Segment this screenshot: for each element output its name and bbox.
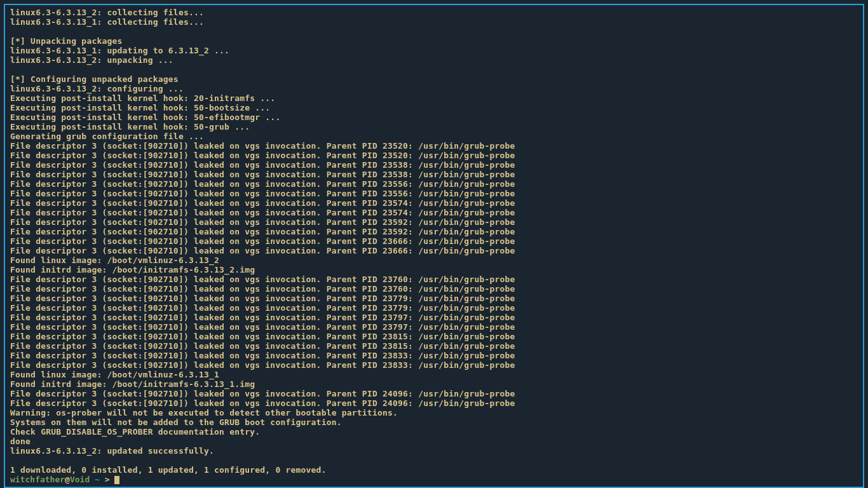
terminal-line: Warning: os-prober will not be executed …	[10, 408, 858, 417]
terminal-line: File descriptor 3 (socket:[902710]) leak…	[10, 303, 858, 313]
terminal-line: File descriptor 3 (socket:[902710]) leak…	[10, 217, 858, 227]
terminal-line: File descriptor 3 (socket:[902710]) leak…	[10, 360, 858, 370]
terminal-line: [*] Configuring unpacked packages	[10, 74, 858, 84]
prompt-at: @	[65, 475, 70, 484]
terminal-line: Found linux image: /boot/vmlinuz-6.3.13_…	[10, 255, 858, 265]
terminal-line: Executing post-install kernel hook: 50-e…	[10, 112, 858, 122]
terminal[interactable]: linux6.3-6.3.13_2: collecting files...li…	[4, 4, 864, 488]
terminal-line: [*] Unpacking packages	[10, 36, 858, 46]
terminal-line: Check GRUB_DISABLE_OS_PROBER documentati…	[10, 427, 858, 437]
terminal-line: File descriptor 3 (socket:[902710]) leak…	[10, 313, 858, 322]
terminal-line: File descriptor 3 (socket:[902710]) leak…	[10, 398, 858, 408]
terminal-line: File descriptor 3 (socket:[902710]) leak…	[10, 322, 858, 332]
terminal-line: File descriptor 3 (socket:[902710]) leak…	[10, 151, 858, 160]
terminal-line: linux6.3-6.3.13_2: configuring ...	[10, 84, 858, 93]
terminal-line: linux6.3-6.3.13_2: unpacking ...	[10, 55, 858, 65]
terminal-line: File descriptor 3 (socket:[902710]) leak…	[10, 351, 858, 360]
cursor-icon	[114, 476, 119, 484]
prompt-user: witchfather	[10, 475, 65, 484]
prompt-symbol: >	[100, 475, 114, 484]
terminal-line: Executing post-install kernel hook: 50-g…	[10, 122, 858, 132]
terminal-line: File descriptor 3 (socket:[902710]) leak…	[10, 284, 858, 294]
terminal-line: Found initrd image: /boot/initramfs-6.3.…	[10, 379, 858, 389]
terminal-line: File descriptor 3 (socket:[902710]) leak…	[10, 332, 858, 341]
terminal-line: File descriptor 3 (socket:[902710]) leak…	[10, 160, 858, 170]
terminal-line: Found linux image: /boot/vmlinuz-6.3.13_…	[10, 370, 858, 379]
terminal-line: Systems on them will not be added to the…	[10, 417, 858, 427]
terminal-line: done	[10, 437, 858, 446]
prompt-host: Void	[70, 475, 90, 484]
shell-prompt[interactable]: witchfather@Void ~ >	[10, 475, 858, 484]
terminal-line: File descriptor 3 (socket:[902710]) leak…	[10, 389, 858, 398]
terminal-line: File descriptor 3 (socket:[902710]) leak…	[10, 236, 858, 246]
terminal-line: Generating grub configuration file ...	[10, 132, 858, 141]
terminal-line: File descriptor 3 (socket:[902710]) leak…	[10, 274, 858, 284]
terminal-line: File descriptor 3 (socket:[902710]) leak…	[10, 179, 858, 189]
terminal-line: File descriptor 3 (socket:[902710]) leak…	[10, 189, 858, 198]
terminal-line: File descriptor 3 (socket:[902710]) leak…	[10, 246, 858, 255]
prompt-path: ~	[90, 475, 100, 484]
terminal-line: File descriptor 3 (socket:[902710]) leak…	[10, 294, 858, 303]
terminal-line: File descriptor 3 (socket:[902710]) leak…	[10, 208, 858, 217]
terminal-line: Executing post-install kernel hook: 50-b…	[10, 103, 858, 112]
terminal-line: File descriptor 3 (socket:[902710]) leak…	[10, 198, 858, 208]
terminal-line: Executing post-install kernel hook: 20-i…	[10, 93, 858, 103]
terminal-line: linux6.3-6.3.13_1: updating to 6.3.13_2 …	[10, 46, 858, 55]
terminal-line: 1 downloaded, 0 installed, 1 updated, 1 …	[10, 465, 858, 475]
terminal-line: linux6.3-6.3.13_1: collecting files...	[10, 17, 858, 27]
terminal-line: File descriptor 3 (socket:[902710]) leak…	[10, 141, 858, 151]
terminal-line	[10, 456, 858, 465]
terminal-line	[10, 27, 858, 36]
terminal-line: File descriptor 3 (socket:[902710]) leak…	[10, 341, 858, 351]
terminal-line	[10, 65, 858, 74]
terminal-line: File descriptor 3 (socket:[902710]) leak…	[10, 170, 858, 179]
terminal-line: Found initrd image: /boot/initramfs-6.3.…	[10, 265, 858, 274]
terminal-line: linux6.3-6.3.13_2: collecting files...	[10, 8, 858, 17]
terminal-line: File descriptor 3 (socket:[902710]) leak…	[10, 227, 858, 236]
terminal-line: linux6.3-6.3.13_2: updated successfully.	[10, 446, 858, 456]
